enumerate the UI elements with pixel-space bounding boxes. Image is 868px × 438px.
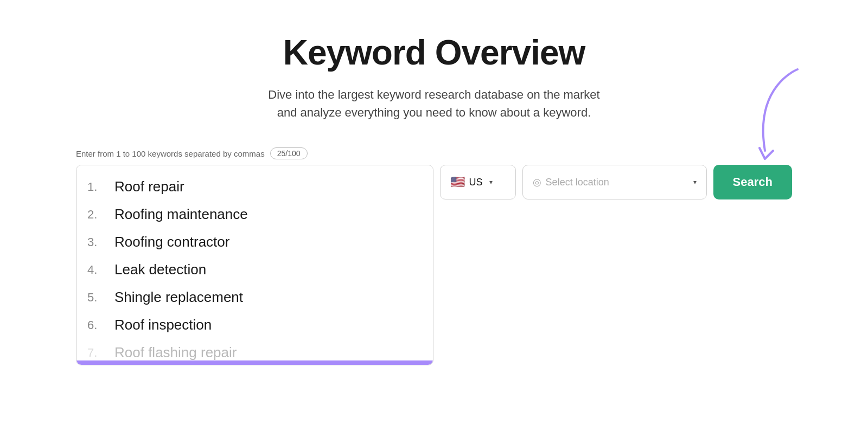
- location-dropdown[interactable]: ◎ Select location ▾: [522, 165, 707, 199]
- keyword-count-label: Enter from 1 to 100 keywords separated b…: [76, 147, 792, 159]
- keyword-count-badge: 25/100: [270, 147, 308, 159]
- keyword-input-box[interactable]: 1. Roof repair 2. Roofing maintenance 3.…: [76, 165, 433, 365]
- controls-column: 🇺🇸 US ▾ ◎ Select location ▾ Search: [440, 165, 792, 205]
- keyword-highlight-bar: [76, 360, 433, 365]
- keyword-list: 1. Roof repair 2. Roofing maintenance 3.…: [87, 173, 422, 365]
- controls-top-row: 🇺🇸 US ▾ ◎ Select location ▾ Search: [440, 165, 792, 199]
- flag-icon: 🇺🇸: [450, 175, 465, 189]
- list-item: 3. Roofing contractor: [87, 228, 422, 256]
- country-label: US: [469, 177, 483, 188]
- page-subtitle: Dive into the largest keyword research d…: [268, 86, 599, 121]
- list-item: 6. Roof inspection: [87, 311, 422, 339]
- search-button[interactable]: Search: [713, 165, 792, 199]
- list-item: 2. Roofing maintenance: [87, 201, 422, 228]
- chevron-down-icon: ▾: [693, 178, 697, 186]
- page-title: Keyword Overview: [283, 33, 585, 73]
- list-item: 5. Shingle replacement: [87, 284, 422, 311]
- search-row: 1. Roof repair 2. Roofing maintenance 3.…: [76, 165, 792, 365]
- country-dropdown[interactable]: 🇺🇸 US ▾: [440, 165, 516, 199]
- chevron-down-icon: ▾: [489, 178, 493, 186]
- list-item: 1. Roof repair: [87, 173, 422, 201]
- location-pin-icon: ◎: [533, 176, 541, 188]
- list-item: 4. Leak detection: [87, 256, 422, 284]
- location-placeholder: Select location: [546, 177, 609, 188]
